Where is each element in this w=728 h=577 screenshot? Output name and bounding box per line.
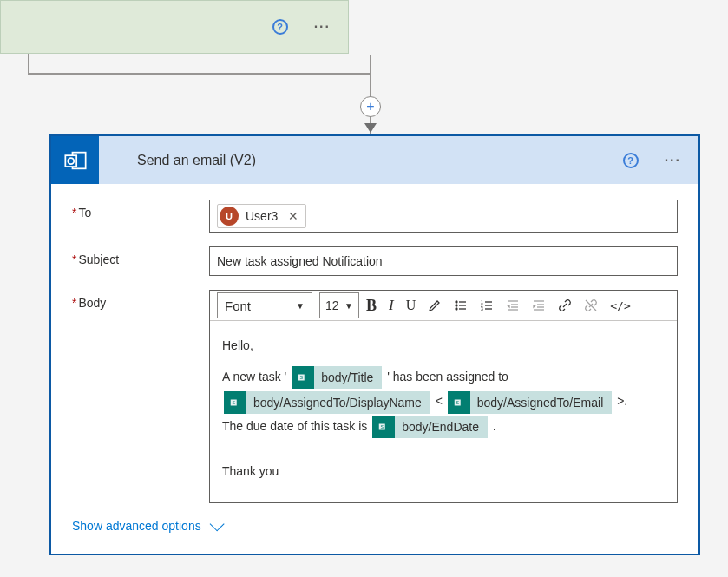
more-icon[interactable]: ··· xyxy=(314,19,331,35)
help-icon[interactable]: ? xyxy=(272,19,288,35)
rich-text-editor: Font▼ 12▼ B I U 123 xyxy=(209,290,678,503)
svg-text:S: S xyxy=(300,375,304,380)
show-advanced-options-link[interactable]: Show advanced options xyxy=(72,519,220,533)
svg-point-3 xyxy=(456,301,457,303)
to-input[interactable]: U User3 ✕ xyxy=(209,200,678,233)
bold-button[interactable]: B xyxy=(361,292,382,318)
body-line: S body/AssignedTo/DisplayName < S body/A… xyxy=(222,389,665,413)
card-body: *To U User3 ✕ *Subject New task assigned… xyxy=(51,184,698,554)
svg-text:3: 3 xyxy=(481,306,483,311)
send-email-action-card: Send an email (V2) ? ··· *To U User3 ✕ *… xyxy=(49,134,700,555)
italic-button[interactable]: I xyxy=(384,292,399,318)
body-editor[interactable]: Hello, A new task ' S body/Title ' has b… xyxy=(210,321,677,502)
svg-rect-1 xyxy=(65,155,76,167)
sharepoint-icon: S xyxy=(224,391,246,414)
link-icon[interactable] xyxy=(553,292,577,318)
font-select[interactable]: Font▼ xyxy=(217,292,312,318)
help-icon[interactable]: ? xyxy=(623,153,639,168)
font-size-select[interactable]: 12▼ xyxy=(319,292,359,318)
subject-text: New task assigned Notification xyxy=(217,254,383,268)
body-line: A new task ' S body/Title ' has been ass… xyxy=(222,364,665,389)
body-line: Hello, xyxy=(222,333,665,357)
subject-label: *Subject xyxy=(72,246,209,266)
subject-input[interactable]: New task assigned Notification xyxy=(209,246,678,276)
connector-line xyxy=(28,73,371,75)
dynamic-token-assignee-name[interactable]: S body/AssignedTo/DisplayName xyxy=(224,391,430,414)
bullet-list-icon[interactable] xyxy=(449,292,473,318)
body-label: *Body xyxy=(72,290,209,310)
recipient-chip[interactable]: U User3 ✕ xyxy=(217,204,306,228)
to-label: *To xyxy=(72,200,209,220)
code-view-button[interactable]: </> xyxy=(605,292,635,318)
svg-text:S: S xyxy=(381,424,384,429)
avatar: U xyxy=(220,207,239,226)
body-line: Thank you xyxy=(222,459,665,483)
svg-point-7 xyxy=(456,308,457,310)
body-line: The due date of this task is S body/EndD… xyxy=(222,414,665,438)
arrow-icon xyxy=(364,123,377,133)
dynamic-token-enddate[interactable]: S body/EndDate xyxy=(372,416,488,438)
indent-icon[interactable] xyxy=(527,292,551,318)
outdent-icon[interactable] xyxy=(501,292,525,318)
previous-action-card[interactable]: ? ··· xyxy=(0,0,349,54)
unlink-icon[interactable] xyxy=(579,292,603,318)
field-row-to: *To U User3 ✕ xyxy=(72,200,678,233)
svg-text:S: S xyxy=(456,399,459,404)
remove-recipient-icon[interactable]: ✕ xyxy=(288,209,298,223)
outlook-icon xyxy=(51,136,99,184)
brush-icon[interactable] xyxy=(423,292,447,318)
more-icon[interactable]: ··· xyxy=(665,153,681,168)
sharepoint-icon: S xyxy=(448,391,470,414)
field-row-subject: *Subject New task assigned Notification xyxy=(72,246,678,276)
recipient-name: User3 xyxy=(246,209,278,223)
svg-text:S: S xyxy=(233,399,236,404)
numbered-list-icon[interactable]: 123 xyxy=(475,292,499,318)
sharepoint-icon: S xyxy=(292,366,314,389)
dynamic-token-title[interactable]: S body/Title xyxy=(292,366,382,389)
insert-step-button[interactable]: + xyxy=(360,96,381,117)
card-header[interactable]: Send an email (V2) ? ··· xyxy=(51,136,698,184)
connector-line xyxy=(28,54,29,74)
svg-point-5 xyxy=(456,305,457,306)
underline-button[interactable]: U xyxy=(401,292,422,318)
dynamic-token-assignee-email[interactable]: S body/AssignedTo/Email xyxy=(448,391,613,414)
chevron-down-icon xyxy=(209,516,224,531)
rte-toolbar: Font▼ 12▼ B I U 123 xyxy=(210,291,677,321)
action-title: Send an email (V2) xyxy=(125,153,597,168)
field-row-body: *Body Font▼ 12▼ B I U xyxy=(72,290,678,503)
sharepoint-icon: S xyxy=(372,416,395,438)
